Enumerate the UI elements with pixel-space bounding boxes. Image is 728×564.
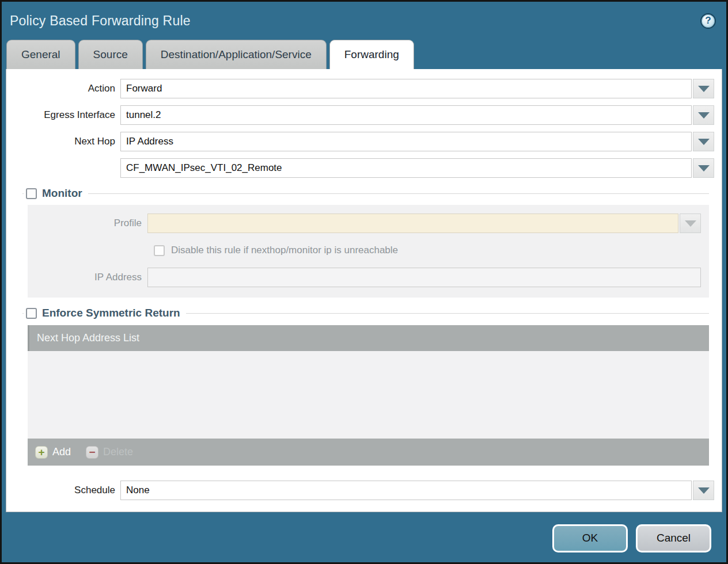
add-button-label: Add	[52, 446, 71, 458]
next-hop-address-row: CF_MWAN_IPsec_VTI_02_Remote	[6, 158, 714, 178]
egress-interface-row: Egress Interface tunnel.2	[6, 105, 714, 125]
dialog-title: Policy Based Forwarding Rule	[10, 13, 191, 29]
monitor-ip-address-input	[147, 268, 701, 287]
action-row: Action Forward	[6, 79, 714, 98]
symmetric-return-legend-label: Enforce Symmetric Return	[42, 307, 180, 319]
next-hop-address-dropdown-button[interactable]	[693, 158, 714, 178]
action-dropdown-button[interactable]	[693, 79, 714, 98]
profile-row: Profile	[28, 214, 701, 233]
next-hop-address-list-body	[28, 351, 709, 439]
profile-label: Profile	[28, 218, 147, 229]
next-hop-address-list-toolbar: + Add − Delete	[28, 439, 709, 466]
monitor-checkbox[interactable]	[26, 188, 37, 199]
chevron-down-icon	[685, 220, 696, 227]
pbf-rule-dialog: Policy Based Forwarding Rule ? General S…	[0, 0, 728, 564]
dialog-footer: OK Cancel	[2, 512, 726, 564]
schedule-label: Schedule	[6, 485, 120, 496]
tab-destination-application-service[interactable]: Destination/Application/Service	[146, 40, 327, 69]
chevron-down-icon	[698, 86, 710, 92]
symmetric-return-checkbox[interactable]	[26, 308, 37, 319]
plus-icon: +	[35, 446, 48, 459]
next-hop-label: Next Hop	[6, 136, 120, 147]
disable-rule-checkbox	[154, 245, 165, 256]
next-hop-dropdown-button[interactable]	[693, 132, 714, 151]
monitor-ip-address-label: IP Address	[28, 272, 147, 283]
monitor-ip-address-row: IP Address	[28, 268, 701, 287]
next-hop-address-list-header: Next Hop Address List	[28, 325, 709, 351]
monitor-body: Profile Disable this rule if nexthop/mon…	[28, 205, 709, 298]
chevron-down-icon	[698, 165, 710, 172]
disable-rule-row: Disable this rule if nexthop/monitor ip …	[28, 241, 701, 260]
profile-dropdown-button	[680, 214, 701, 233]
tab-source[interactable]: Source	[78, 40, 143, 69]
monitor-section: Monitor Profile Disable this rule if	[22, 187, 709, 298]
minus-icon: −	[86, 446, 98, 459]
symmetric-return-section: Enforce Symmetric Return Next Hop Addres…	[22, 307, 709, 466]
cancel-button[interactable]: Cancel	[636, 524, 711, 552]
tab-general[interactable]: General	[6, 40, 75, 69]
chevron-down-icon	[698, 139, 710, 145]
tab-forwarding[interactable]: Forwarding	[329, 40, 414, 69]
help-icon[interactable]: ?	[700, 13, 716, 29]
action-select[interactable]: Forward	[120, 79, 692, 98]
forwarding-tab-panel: Action Forward Egress Interface tunnel.2…	[6, 69, 722, 512]
dialog-titlebar: Policy Based Forwarding Rule ?	[2, 2, 726, 40]
delete-button-label: Delete	[103, 446, 133, 458]
schedule-select[interactable]: None	[120, 481, 692, 500]
tab-bar: General Source Destination/Application/S…	[2, 40, 726, 69]
ok-button[interactable]: OK	[552, 524, 628, 552]
schedule-dropdown-button[interactable]	[693, 481, 714, 500]
next-hop-row: Next Hop IP Address	[6, 132, 714, 151]
chevron-down-icon	[698, 487, 710, 494]
action-label: Action	[6, 83, 120, 94]
schedule-row: Schedule None	[6, 481, 714, 500]
next-hop-address-select[interactable]: CF_MWAN_IPsec_VTI_02_Remote	[120, 158, 692, 178]
chevron-down-icon	[698, 112, 710, 119]
monitor-legend: Monitor	[24, 187, 88, 200]
profile-select	[147, 214, 678, 233]
add-button[interactable]: + Add	[35, 446, 71, 459]
egress-interface-label: Egress Interface	[6, 109, 120, 121]
delete-button: − Delete	[86, 446, 133, 459]
next-hop-address-list-table: Next Hop Address List + Add − Delete	[28, 325, 709, 466]
next-hop-select[interactable]: IP Address	[120, 132, 692, 151]
egress-interface-dropdown-button[interactable]	[693, 105, 714, 125]
disable-rule-label: Disable this rule if nexthop/monitor ip …	[171, 245, 398, 256]
monitor-legend-label: Monitor	[42, 187, 82, 200]
egress-interface-select[interactable]: tunnel.2	[120, 105, 692, 125]
symmetric-return-legend: Enforce Symmetric Return	[24, 307, 186, 319]
